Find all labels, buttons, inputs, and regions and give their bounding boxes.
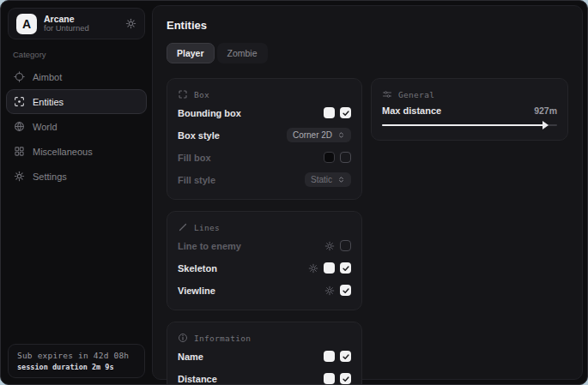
sidebar-item-label: Aimbot xyxy=(33,72,62,82)
info-icon xyxy=(178,333,188,343)
sidebar: A Arcane for Unturned Category Aimbot En… xyxy=(1,1,152,384)
fill-style-row: Fill style Static xyxy=(178,171,351,189)
sidebar-nav: Aimbot Entities World Miscellaneous xyxy=(1,64,152,189)
session-duration-text: session duration 2m 9s xyxy=(17,363,136,371)
crosshair-icon xyxy=(14,71,25,82)
card-title: Box xyxy=(194,90,209,99)
color-swatch[interactable] xyxy=(324,262,335,274)
card-title: Lines xyxy=(194,223,220,232)
distance-row: Distance xyxy=(178,370,351,385)
app-logo: A xyxy=(16,14,37,34)
scan-icon xyxy=(14,96,25,107)
row-label: Line to enemy xyxy=(178,241,241,251)
fill-box-row: Fill box xyxy=(178,148,351,166)
gear-icon[interactable] xyxy=(125,18,136,29)
max-distance-value: 927m xyxy=(534,105,557,116)
logo-card: A Arcane for Unturned xyxy=(8,8,145,39)
information-card: Information Name Distance xyxy=(167,322,362,385)
slider-thumb[interactable] xyxy=(543,121,549,129)
sidebar-item-world[interactable]: World xyxy=(6,114,147,139)
main-panel: Entities Player Zombie Box Bounding box xyxy=(152,5,583,380)
skeleton-row: Skeleton xyxy=(178,259,351,277)
sidebar-item-miscellaneous[interactable]: Miscellaneous xyxy=(6,139,147,164)
card-title: Information xyxy=(194,334,251,343)
page-title: Entities xyxy=(167,19,568,32)
row-label: Box style xyxy=(178,130,220,141)
dropdown-value: Corner 2D xyxy=(293,130,332,140)
app-subtitle: for Unturned xyxy=(44,24,118,33)
sidebar-item-entities[interactable]: Entities xyxy=(6,89,147,114)
row-label: Name xyxy=(178,352,203,362)
dropdown-value: Static xyxy=(311,175,332,184)
sliders-icon xyxy=(382,89,392,99)
diagonal-line-icon xyxy=(178,222,188,232)
sidebar-item-settings[interactable]: Settings xyxy=(6,164,147,189)
bounding-box-row: Bounding box xyxy=(178,104,351,122)
name-row: Name xyxy=(178,347,351,365)
row-label: Fill box xyxy=(178,153,211,163)
fill-style-dropdown[interactable]: Static xyxy=(305,172,351,187)
max-distance-slider[interactable] xyxy=(382,124,557,126)
viewline-checkbox[interactable] xyxy=(340,285,351,296)
box-corners-icon xyxy=(178,89,188,99)
line-to-enemy-row: Line to enemy xyxy=(178,237,351,255)
row-label: Viewline xyxy=(178,286,215,296)
row-label: Skeleton xyxy=(178,263,217,274)
color-swatch[interactable] xyxy=(324,373,335,384)
row-label: Fill style xyxy=(178,175,215,185)
color-swatch[interactable] xyxy=(324,351,335,362)
max-distance-label: Max distance xyxy=(382,105,441,116)
row-label: Distance xyxy=(178,374,217,384)
row-label: Bounding box xyxy=(178,108,241,118)
unfold-icon xyxy=(337,176,345,183)
sidebar-item-aimbot[interactable]: Aimbot xyxy=(6,64,147,89)
tab-zombie[interactable]: Zombie xyxy=(217,43,268,63)
general-card: General Max distance 927m xyxy=(371,78,568,141)
card-title: General xyxy=(398,90,434,99)
viewline-row: Viewline xyxy=(178,281,351,299)
unfold-icon xyxy=(337,131,345,139)
gear-icon xyxy=(14,171,25,182)
fill-box-checkbox[interactable] xyxy=(340,152,351,163)
color-swatch[interactable] xyxy=(324,152,335,163)
line-to-enemy-checkbox[interactable] xyxy=(340,240,351,251)
tab-player[interactable]: Player xyxy=(167,43,215,63)
entity-tabs: Player Zombie xyxy=(167,43,568,63)
app-window: A Arcane for Unturned Category Aimbot En… xyxy=(0,0,588,385)
lines-card: Lines Line to enemy Skeleton xyxy=(167,211,362,310)
bounding-box-checkbox[interactable] xyxy=(340,107,351,118)
box-style-dropdown[interactable]: Corner 2D xyxy=(287,128,351,142)
globe-icon xyxy=(14,121,25,132)
distance-checkbox[interactable] xyxy=(340,373,351,384)
subscription-status: Sub expires in 42d 08h session duration … xyxy=(8,344,145,378)
sub-expiry-text: Sub expires in 42d 08h xyxy=(17,351,136,360)
sidebar-item-label: World xyxy=(33,122,58,132)
sidebar-item-label: Settings xyxy=(33,171,67,182)
sidebar-item-label: Entities xyxy=(33,97,64,107)
skeleton-checkbox[interactable] xyxy=(340,262,351,274)
gear-icon[interactable] xyxy=(308,263,318,274)
box-card: Box Bounding box Box style xyxy=(167,78,362,200)
sidebar-item-label: Miscellaneous xyxy=(33,147,93,157)
color-swatch[interactable] xyxy=(324,107,335,118)
box-style-row: Box style Corner 2D xyxy=(178,126,351,144)
gear-icon[interactable] xyxy=(324,241,335,251)
gear-icon[interactable] xyxy=(324,286,335,296)
slider-fill xyxy=(382,124,544,126)
grid-icon xyxy=(14,146,25,157)
category-label: Category xyxy=(13,50,152,59)
name-checkbox[interactable] xyxy=(340,351,351,362)
